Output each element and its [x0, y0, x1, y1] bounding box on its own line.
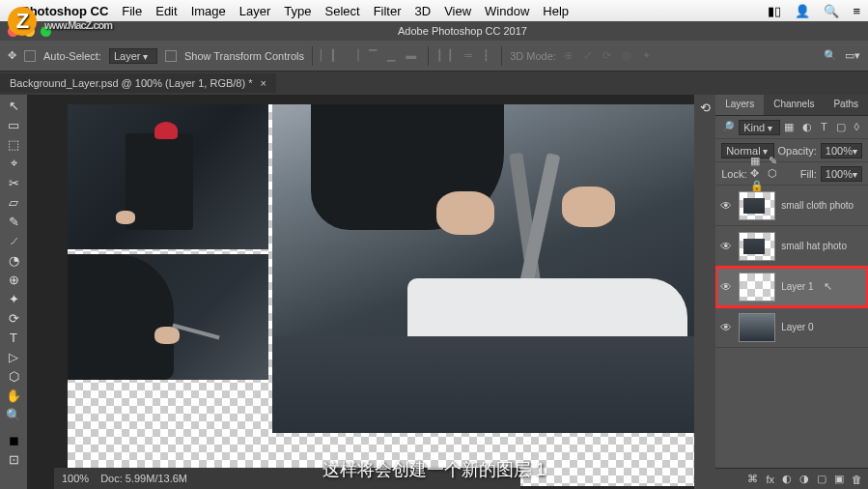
layer-name[interactable]: Layer 1	[781, 281, 813, 292]
layer-row[interactable]: 👁 small cloth photo	[715, 186, 868, 226]
shape-tool[interactable]: ⬡	[3, 367, 24, 385]
layer-row[interactable]: 👁 Layer 0	[715, 307, 868, 348]
layer-thumbnail[interactable]	[739, 273, 775, 302]
stamp-tool[interactable]: ⟋	[3, 232, 24, 249]
zoom-level[interactable]: 100%	[62, 473, 89, 484]
canvas-area[interactable]: 100% Doc: 5.99M/13.6M	[27, 95, 694, 489]
move-tool-indicator: ✥	[8, 49, 16, 62]
opacity-value[interactable]: 100%▾	[821, 143, 862, 158]
tab-title: Background_Layer.psd @ 100% (Layer 1, RG…	[10, 77, 252, 89]
menu-view[interactable]: View	[444, 4, 471, 18]
filter-kind[interactable]: Kind ▾	[739, 120, 780, 135]
image-small-cloth	[68, 254, 268, 380]
image-small-hat	[68, 104, 268, 249]
menu-icon[interactable]: ≡	[853, 4, 860, 18]
menu-filter[interactable]: Filter	[374, 4, 402, 18]
auto-select-target[interactable]: Layer ▾	[109, 48, 157, 64]
new-layer-icon[interactable]: ▣	[834, 473, 844, 485]
zoom-tool[interactable]: 🔍	[3, 406, 24, 423]
layer-thumbnail[interactable]	[739, 313, 775, 342]
panel-tabs: Layers Channels Paths	[715, 95, 868, 116]
quickmask-toggle[interactable]: ⊡	[3, 450, 24, 468]
layer-thumbnail[interactable]	[739, 191, 775, 220]
auto-select-checkbox[interactable]	[24, 50, 36, 62]
align-icons[interactable]: ▏▎ ▕ ▔ ▁ ▬	[321, 49, 420, 62]
layer-row-selected[interactable]: 👁 Layer 1 ↖	[715, 267, 868, 307]
tab-close[interactable]: ×	[260, 77, 266, 89]
layers-footer: ⌘ fx ◐ ◑ ▢ ▣ 🗑	[715, 468, 868, 489]
layers-list: 👁 small cloth photo 👁 small hat photo 👁 …	[715, 186, 868, 468]
3d-mode-icons: ⊕ ⤢ ⟳ ◎ ✦	[564, 49, 655, 62]
menu-file[interactable]: File	[122, 4, 142, 18]
gradient-tool[interactable]: ⊕	[3, 271, 24, 288]
layer-name[interactable]: small cloth photo	[781, 200, 854, 211]
visibility-toggle[interactable]: 👁	[719, 280, 733, 294]
zoom-window[interactable]	[41, 26, 51, 37]
close-window[interactable]	[8, 26, 18, 37]
group-icon[interactable]: ▢	[817, 473, 826, 485]
tab-paths[interactable]: Paths	[824, 95, 868, 115]
workspace-switcher[interactable]: ▭▾	[845, 49, 860, 62]
brush-tool[interactable]: ✎	[3, 213, 24, 230]
menu-edit[interactable]: Edit	[155, 4, 177, 18]
visibility-toggle[interactable]: 👁	[719, 240, 733, 253]
app-menu[interactable]: Photoshop CC	[21, 4, 108, 18]
document-tab[interactable]: Background_Layer.psd @ 100% (Layer 1, RG…	[0, 73, 276, 93]
menu-window[interactable]: Window	[485, 4, 529, 18]
tab-layers[interactable]: Layers	[715, 95, 764, 115]
menu-3d[interactable]: 3D	[415, 4, 432, 18]
distribute-icons[interactable]: ┃┃ ═ ┇	[436, 49, 493, 62]
adjustment-icon[interactable]: ◑	[799, 473, 809, 485]
search-tool-icon[interactable]: 🔍	[824, 49, 837, 62]
foreground-color[interactable]: ◼	[3, 431, 24, 448]
layer-row[interactable]: 👁 small hat photo	[715, 226, 868, 267]
minimize-window[interactable]	[24, 26, 35, 37]
toolbox: ↖ ▭ ⬚ ⌖ ✂ ▱ ✎ ⟋ ◔ ⊕ ✦ ⟳ T ▷ ⬡ ✋ 🔍 ◼ ⊡	[0, 95, 27, 489]
menu-help[interactable]: Help	[543, 4, 569, 18]
wand-tool[interactable]: ⌖	[3, 155, 24, 172]
fill-label: Fill:	[800, 168, 817, 180]
filter-icons[interactable]: ▦ ◐ T ▢ ◊	[784, 121, 862, 133]
fx-icon[interactable]: fx	[766, 474, 774, 485]
type-tool[interactable]: T	[3, 329, 24, 346]
frame-tool[interactable]: ▱	[3, 193, 24, 211]
show-transform-checkbox[interactable]	[165, 50, 177, 62]
link-layers-icon[interactable]: ⌘	[747, 473, 758, 485]
visibility-toggle[interactable]: 👁	[719, 199, 733, 213]
auto-select-label: Auto-Select:	[43, 50, 101, 62]
show-transform-label: Show Transform Controls	[184, 50, 304, 62]
tab-channels[interactable]: Channels	[764, 95, 824, 115]
dodge-tool[interactable]: ⟳	[3, 309, 24, 327]
mask-icon[interactable]: ◐	[782, 473, 792, 485]
path-tool[interactable]: ▷	[3, 348, 24, 365]
layer-thumbnail[interactable]	[739, 232, 775, 261]
3d-mode-label: 3D Mode:	[510, 50, 556, 62]
fill-value[interactable]: 100%▾	[821, 166, 862, 182]
visibility-toggle[interactable]: 👁	[719, 321, 733, 334]
history-icon[interactable]: ⟲	[694, 99, 715, 116]
right-panels: ⟲ Layers Channels Paths 🔎 Kind ▾ ▦ ◐ T ▢…	[694, 95, 868, 489]
menu-type[interactable]: Type	[284, 4, 311, 18]
blur-tool[interactable]: ✦	[3, 290, 24, 307]
eraser-tool[interactable]: ◔	[3, 251, 24, 269]
crop-tool[interactable]: ✂	[3, 174, 24, 191]
layer-name[interactable]: Layer 0	[781, 322, 813, 332]
move-tool[interactable]: ↖	[3, 97, 24, 114]
document-tabs: Background_Layer.psd @ 100% (Layer 1, RG…	[0, 72, 868, 95]
lasso-tool[interactable]: ⬚	[3, 135, 24, 153]
cursor-icon: ↖	[824, 280, 832, 293]
doc-info[interactable]: Doc: 5.99M/13.6M	[100, 473, 187, 484]
options-bar: ✥ Auto-Select: Layer ▾ Show Transform Co…	[0, 41, 868, 72]
window-titlebar: Adobe Photoshop CC 2017	[0, 21, 868, 41]
layer-name[interactable]: small hat photo	[781, 241, 847, 251]
window-title: Adobe Photoshop CC 2017	[398, 25, 527, 37]
marquee-tool[interactable]: ▭	[3, 116, 24, 133]
menu-layer[interactable]: Layer	[239, 4, 271, 18]
user-icon[interactable]: 👤	[795, 4, 810, 18]
hand-tool[interactable]: ✋	[3, 387, 24, 404]
delete-layer-icon[interactable]: 🗑	[852, 474, 862, 485]
menu-select[interactable]: Select	[324, 4, 359, 18]
search-icon[interactable]: 🔍	[824, 4, 839, 18]
filter-kind-label: 🔎	[721, 121, 735, 133]
menu-image[interactable]: Image	[191, 4, 226, 18]
